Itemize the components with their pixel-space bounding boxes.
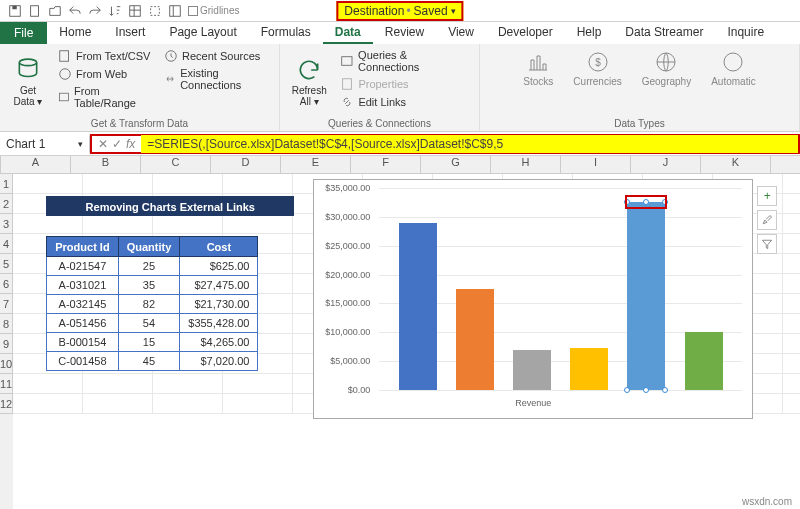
file-tab[interactable]: File (0, 22, 47, 44)
handle-icon[interactable] (624, 387, 630, 393)
column-header[interactable]: E (281, 156, 351, 174)
chart-bar[interactable] (570, 348, 608, 390)
from-table-range[interactable]: From Table/Range (56, 84, 154, 110)
table-cell[interactable]: $27,475.00 (180, 276, 258, 295)
save-icon[interactable] (8, 4, 22, 18)
cell[interactable] (223, 374, 293, 394)
table-cell[interactable]: A-051456 (47, 314, 118, 333)
cell[interactable] (83, 174, 153, 194)
column-header[interactable]: I (561, 156, 631, 174)
properties[interactable]: Properties (338, 76, 471, 92)
column-header[interactable]: G (421, 156, 491, 174)
row-header[interactable]: 10 (0, 354, 13, 374)
column-header[interactable]: K (701, 156, 771, 174)
tab-home[interactable]: Home (47, 22, 103, 44)
tab-view[interactable]: View (436, 22, 486, 44)
from-text-csv[interactable]: From Text/CSV (56, 48, 154, 64)
cell[interactable] (223, 174, 293, 194)
chevron-down-icon[interactable]: ▾ (451, 6, 456, 16)
cell[interactable] (783, 354, 800, 374)
borders-icon[interactable] (148, 4, 162, 18)
cancel-icon[interactable]: ✕ (98, 137, 108, 151)
cell[interactable] (153, 394, 223, 414)
cell[interactable] (83, 214, 153, 234)
cell[interactable] (83, 394, 153, 414)
row-header[interactable]: 5 (0, 254, 13, 274)
name-box[interactable]: Chart 1 ▾ (0, 135, 90, 153)
sort-icon[interactable] (108, 4, 122, 18)
stocks-datatype[interactable]: Stocks (517, 48, 559, 116)
tab-data-streamer[interactable]: Data Streamer (613, 22, 715, 44)
tab-developer[interactable]: Developer (486, 22, 565, 44)
chart-bar[interactable] (513, 350, 551, 390)
table-cell[interactable]: 35 (118, 276, 180, 295)
redo-icon[interactable] (88, 4, 102, 18)
table-cell[interactable]: C-001458 (47, 352, 118, 371)
from-web[interactable]: From Web (56, 66, 154, 82)
row-header[interactable]: 7 (0, 294, 13, 314)
tab-page-layout[interactable]: Page Layout (157, 22, 248, 44)
row-header[interactable]: 12 (0, 394, 13, 414)
get-data-button[interactable]: GetData ▾ (8, 48, 48, 116)
table-cell[interactable]: 82 (118, 295, 180, 314)
table-cell[interactable]: 54 (118, 314, 180, 333)
table-cell[interactable]: 45 (118, 352, 180, 371)
table-cell[interactable]: $7,020.00 (180, 352, 258, 371)
cell[interactable] (783, 254, 800, 274)
chart[interactable]: $0.00$5,000.00$10,000.00$15,000.00$20,00… (313, 179, 753, 419)
row-header[interactable]: 9 (0, 334, 13, 354)
existing-connections[interactable]: Existing Connections (162, 66, 271, 92)
new-icon[interactable] (28, 4, 42, 18)
table-cell[interactable]: A-032145 (47, 295, 118, 314)
cell[interactable] (153, 214, 223, 234)
table-cell[interactable]: 25 (118, 257, 180, 276)
cell[interactable] (783, 294, 800, 314)
tab-inquire[interactable]: Inquire (715, 22, 776, 44)
table-cell[interactable]: B-000154 (47, 333, 118, 352)
cell[interactable] (153, 174, 223, 194)
gridlines-toggle[interactable]: Gridlines (188, 4, 239, 18)
table-cell[interactable]: $4,265.00 (180, 333, 258, 352)
formula-input[interactable]: =SERIES(,[Source.xlsx]Dataset!$C$4,[Sour… (141, 135, 798, 153)
cell[interactable] (783, 394, 800, 414)
geography-datatype[interactable]: Geography (636, 48, 697, 116)
cell[interactable] (13, 394, 83, 414)
chart-filter-button[interactable] (757, 234, 777, 254)
row-header[interactable]: 4 (0, 234, 13, 254)
table-cell[interactable]: $625.00 (180, 257, 258, 276)
column-header[interactable]: J (631, 156, 701, 174)
recent-sources[interactable]: Recent Sources (162, 48, 271, 64)
cell[interactable] (783, 374, 800, 394)
column-header[interactable]: A (1, 156, 71, 174)
queries-connections[interactable]: Queries & Connections (338, 48, 471, 74)
tab-help[interactable]: Help (565, 22, 614, 44)
row-header[interactable]: 8 (0, 314, 13, 334)
open-icon[interactable] (48, 4, 62, 18)
undo-icon[interactable] (68, 4, 82, 18)
cell[interactable] (223, 214, 293, 234)
chart-bar[interactable] (399, 223, 437, 390)
cell[interactable] (783, 334, 800, 354)
column-header[interactable]: L (771, 156, 800, 174)
column-header[interactable]: F (351, 156, 421, 174)
column-header[interactable]: C (141, 156, 211, 174)
table-cell[interactable]: 15 (118, 333, 180, 352)
cell[interactable] (153, 374, 223, 394)
tab-formulas[interactable]: Formulas (249, 22, 323, 44)
fx-icon[interactable]: fx (126, 137, 135, 151)
tab-data[interactable]: Data (323, 22, 373, 44)
chart-elements-button[interactable]: + (757, 186, 777, 206)
column-header[interactable]: B (71, 156, 141, 174)
cell[interactable] (13, 214, 83, 234)
freeze-icon[interactable] (168, 4, 182, 18)
chevron-down-icon[interactable]: ▾ (78, 139, 83, 149)
table-cell[interactable]: A-021547 (47, 257, 118, 276)
currencies-datatype[interactable]: $Currencies (567, 48, 627, 116)
cell[interactable] (13, 174, 83, 194)
chart-bar[interactable] (456, 289, 494, 390)
row-header[interactable]: 6 (0, 274, 13, 294)
chart-bar[interactable] (627, 202, 665, 390)
chart-styles-button[interactable] (757, 210, 777, 230)
cell[interactable] (83, 374, 153, 394)
table-cell[interactable]: A-031021 (47, 276, 118, 295)
